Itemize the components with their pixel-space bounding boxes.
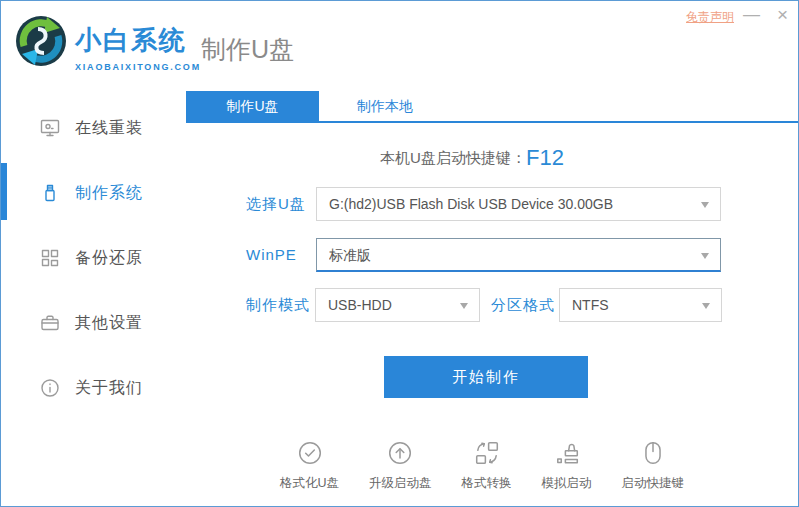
partition-dropdown[interactable]: NTFS <box>559 288 722 322</box>
tool-boot-hotkey[interactable]: 启动快捷键 <box>622 440 685 492</box>
start-create-button[interactable]: 开始制作 <box>384 356 588 398</box>
mode-value: USB-HDD <box>328 289 453 321</box>
tab-create-local[interactable]: 制作本地 <box>319 91 451 121</box>
tool-label: 模拟启动 <box>542 475 592 492</box>
brand-name: 小白系统 <box>75 23 201 58</box>
tool-upgrade-bootdisk[interactable]: 升级启动盘 <box>369 440 432 492</box>
winpe-label: WinPE <box>246 238 297 272</box>
partition-value: NTFS <box>572 289 695 321</box>
tab-create-usb[interactable]: 制作U盘 <box>186 91 319 121</box>
partition-label: 分区格式 <box>491 288 555 322</box>
minimize-button[interactable]: — <box>743 5 760 25</box>
check-circle-icon <box>297 440 323 470</box>
sidebar-item-label: 在线重装 <box>75 108 143 148</box>
mode-dropdown[interactable]: USB-HDD <box>315 288 480 322</box>
chevron-down-icon <box>701 253 709 259</box>
close-button[interactable]: × <box>777 5 788 25</box>
utility-toolbar: 格式化U盘 升级启动盘 <box>186 440 778 492</box>
sidebar: 在线重装 制作系统 备份还原 <box>1 89 186 505</box>
tool-format-convert[interactable]: 格式转换 <box>462 440 512 492</box>
monitor-icon <box>39 117 61 139</box>
sidebar-item-label: 制作系统 <box>75 173 143 213</box>
usb-icon <box>39 182 61 204</box>
tool-label: 启动快捷键 <box>622 475 685 492</box>
boot-hotkey-value: F12 <box>526 145 564 170</box>
chevron-down-icon <box>701 202 709 208</box>
sidebar-item-other-settings[interactable]: 其他设置 <box>1 303 186 343</box>
boot-hotkey-line: 本机U盘启动快捷键：F12 <box>186 145 758 171</box>
header: 小白系统 XIAOBAIXITONG.COM 制作U盘 免责声明 — × <box>1 1 798 89</box>
sidebar-item-label: 其他设置 <box>75 303 143 343</box>
tab-underline <box>186 121 798 123</box>
convert-icon <box>474 440 500 470</box>
brand-block: 小白系统 XIAOBAIXITONG.COM <box>75 23 201 72</box>
brand-domain: XIAOBAIXITONG.COM <box>75 62 201 72</box>
app-window: 小白系统 XIAOBAIXITONG.COM 制作U盘 免责声明 — × 在线重… <box>0 0 799 507</box>
tool-simulate-boot[interactable]: 模拟启动 <box>542 440 592 492</box>
page-title: 制作U盘 <box>201 33 294 66</box>
sidebar-item-create-system[interactable]: 制作系统 <box>1 173 186 213</box>
sidebar-item-backup-restore[interactable]: 备份还原 <box>1 238 186 278</box>
stamp-icon <box>554 440 580 470</box>
boot-hotkey-label: 本机U盘启动快捷键： <box>380 149 526 166</box>
tool-format-usb[interactable]: 格式化U盘 <box>280 440 339 492</box>
info-icon <box>39 377 61 399</box>
mode-label: 制作模式 <box>246 288 310 322</box>
tool-label: 格式转换 <box>462 475 512 492</box>
usb-select-label: 选择U盘 <box>246 187 306 221</box>
chevron-down-icon <box>460 303 468 309</box>
winpe-value: 标准版 <box>329 239 694 271</box>
tool-label: 升级启动盘 <box>369 475 432 492</box>
chevron-down-icon <box>702 303 710 309</box>
main-content: 制作U盘 制作本地 本机U盘启动快捷键：F12 选择U盘 G:(hd2)USB … <box>186 89 798 505</box>
usb-select-value: G:(hd2)USB Flash Disk USB Device 30.00GB <box>329 188 694 220</box>
sidebar-item-label: 关于我们 <box>75 368 143 408</box>
usb-select-dropdown[interactable]: G:(hd2)USB Flash Disk USB Device 30.00GB <box>316 187 721 221</box>
sidebar-item-online-reinstall[interactable]: 在线重装 <box>1 108 186 148</box>
grid-icon <box>39 247 61 269</box>
arrow-up-circle-icon <box>387 440 413 470</box>
app-logo-icon <box>13 13 69 69</box>
sidebar-item-label: 备份还原 <box>75 238 143 278</box>
winpe-dropdown[interactable]: 标准版 <box>316 238 721 272</box>
mouse-icon <box>640 440 666 470</box>
tool-label: 格式化U盘 <box>280 475 339 492</box>
briefcase-icon <box>39 312 61 334</box>
disclaimer-link[interactable]: 免责声明 <box>686 9 734 26</box>
sidebar-item-about-us[interactable]: 关于我们 <box>1 368 186 408</box>
